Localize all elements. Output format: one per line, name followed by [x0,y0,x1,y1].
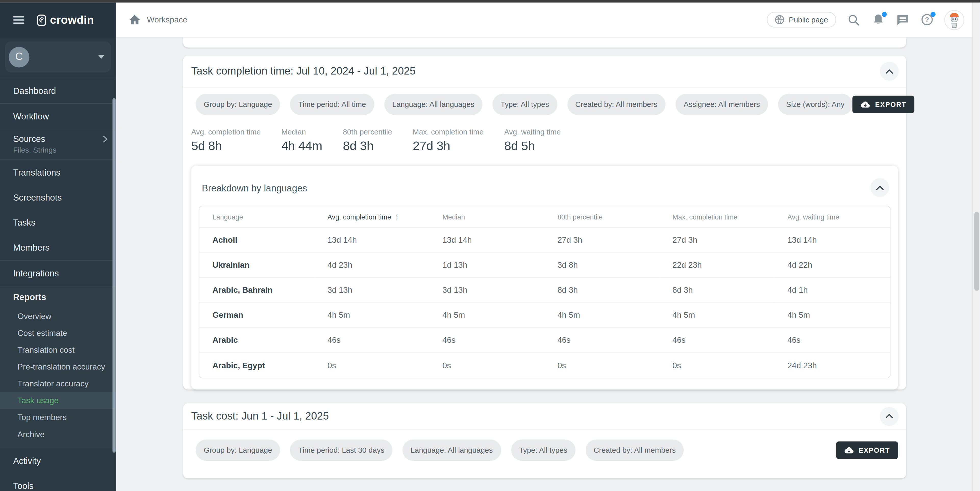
export-button[interactable]: EXPORT [836,442,898,459]
sidebar-item-translator-accuracy[interactable]: Translator accuracy [0,375,116,392]
sidebar-section-reports: Reports Overview Cost estimate Translati… [0,286,116,448]
home-icon[interactable] [129,15,140,24]
stat-avg-completion-time: Avg. completion time 5d 8h [191,128,261,153]
sidebar-item-pre-translation-accuracy[interactable]: Pre-translation accuracy [0,358,116,375]
collapse-task-cost-button[interactable] [880,407,899,426]
filter-chip-group-by[interactable]: Group by: Language [196,94,280,115]
notifications-bell-icon[interactable] [871,13,885,27]
top-header: Workspace Public page [116,3,980,38]
stat-max-completion-time: Max. completion time 27d 3h [413,128,484,153]
globe-icon [775,15,784,24]
breadcrumb[interactable]: Workspace [129,15,187,24]
crowdin-logo[interactable]: crowdin [37,14,94,27]
sidebar-item-task-usage[interactable]: Task usage [0,392,116,409]
sidebar-item-top-members[interactable]: Top members [0,409,116,426]
messages-icon[interactable] [896,13,909,27]
sidebar: crowdin C Dashboard Workflow [0,3,116,491]
filter-chip-assignee[interactable]: Assignee: All members [675,94,768,115]
collapse-task-completion-button[interactable] [880,62,899,81]
sidebar-item-workflow[interactable]: Workflow [0,104,116,129]
filter-chip-created-by[interactable]: Created by: All members [585,440,684,461]
table-row: Arabic 46s 46s 46s 46s 46s [199,328,890,353]
sidebar-item-dashboard[interactable]: Dashboard [0,78,116,103]
filter-chip-language[interactable]: Language: All languages [402,440,501,461]
task-cost-filters-row: Group by: Language Time period: Last 30 … [183,429,906,462]
sidebar-logo-row: crowdin [0,3,116,38]
column-header-language[interactable]: Language [199,206,315,228]
breakdown-by-languages-card: Breakdown by languages Language Avg. com… [191,166,898,389]
public-page-button[interactable]: Public page [767,12,836,27]
sidebar-item-translation-cost[interactable]: Translation cost [0,341,116,358]
export-button[interactable]: EXPORT [853,96,915,113]
page-scrollbar-thumb[interactable] [974,212,980,291]
filter-chip-time-period[interactable]: Time period: Last 30 days [290,440,393,461]
page-scrollbar[interactable] [972,3,980,491]
sidebar-item-sources[interactable]: Sources Files, Strings [0,129,116,159]
breadcrumb-label[interactable]: Workspace [147,15,188,24]
cloud-download-icon [861,101,870,108]
cloud-download-icon [844,447,854,454]
table-row: Ukrainian 4d 23h 1d 13h 3d 8h 22d 23h 4d… [199,253,890,277]
filter-chip-group-by[interactable]: Group by: Language [196,440,280,461]
stat-avg-waiting-time: Avg. waiting time 8d 5h [504,128,561,153]
stat-median: Median 4h 44m [282,128,322,153]
filter-chip-size-words[interactable]: Size (words): Any [778,94,853,115]
column-header-avg-waiting-time[interactable]: Avg. waiting time [775,206,890,228]
task-completion-filters-row: Group by: Language Time period: All time… [183,88,906,116]
summary-stats: Avg. completion time 5d 8h Median 4h 44m… [183,116,906,156]
task-completion-header: Task completion time: Jul 10, 2024 - Jul… [183,56,906,88]
column-header-max-completion-time[interactable]: Max. completion time [659,206,775,228]
table-row: Arabic, Bahrain 3d 13h 3d 13h 8d 3h 8d 3… [199,277,890,303]
sidebar-item-sources-subtitle: Files, Strings [13,146,56,155]
chevron-up-icon [886,69,893,73]
sidebar-item-tools[interactable]: Tools [0,473,116,491]
table-row: German 4h 5m 4h 5m 4h 5m 4h 5m 4h 5m [199,303,890,328]
filter-chip-created-by[interactable]: Created by: All members [567,94,665,115]
task-cost-card: Task cost: Jun 1 - Jul 1, 2025 Group by:… [183,403,906,478]
sidebar-scrollbar[interactable] [113,98,116,453]
column-header-avg-completion-time[interactable]: Avg. completion time [314,206,429,228]
task-cost-title: Task cost: Jun 1 - Jul 1, 2025 [191,410,329,422]
sidebar-item-overview[interactable]: Overview [0,308,116,324]
user-avatar[interactable] [944,10,964,30]
help-icon[interactable]: ? [920,13,934,27]
table-row: Arabic, Egypt 0s 0s 0s 0s 24d 23h [199,353,890,378]
breakdown-title: Breakdown by languages [202,182,307,193]
chevron-right-icon [103,135,107,142]
filter-chip-type[interactable]: Type: All types [511,440,576,461]
sort-ascending-icon [391,213,398,220]
search-icon[interactable] [847,13,861,27]
sidebar-item-screenshots[interactable]: Screenshots [0,185,116,210]
sidebar-item-cost-estimate[interactable]: Cost estimate [0,325,116,341]
collapse-breakdown-button[interactable] [870,178,889,197]
sidebar-item-reports[interactable]: Reports [0,286,116,308]
notification-badge [882,11,887,17]
table-row: Acholi 13d 14h 13d 14h 27d 3h 27d 3h 13d… [199,228,890,253]
task-completion-card: Task completion time: Jul 10, 2024 - Jul… [183,56,906,389]
sidebar-item-translations[interactable]: Translations [0,160,116,185]
crowdin-wordmark: crowdin [50,14,94,27]
window-chrome-edge [0,0,980,3]
filter-chip-type[interactable]: Type: All types [493,94,557,115]
chevron-up-icon [876,185,884,190]
sidebar-nav: Dashboard Workflow Sources [0,78,116,491]
filter-chip-language[interactable]: Language: All languages [384,94,483,115]
page: crowdin C Dashboard Workflow [0,0,980,491]
chevron-down-icon [98,55,105,59]
task-cost-header: Task cost: Jun 1 - Jul 1, 2025 [183,403,906,429]
column-header-median[interactable]: Median [429,206,544,228]
organization-avatar: C [9,47,29,67]
filter-chip-time-period[interactable]: Time period: All time [290,94,374,115]
content-scroll-area: Task completion time: Jul 10, 2024 - Jul… [116,38,980,491]
chevron-up-icon [886,414,893,418]
sidebar-item-integrations[interactable]: Integrations [0,261,116,286]
sidebar-item-members[interactable]: Members [0,235,116,260]
organization-selector[interactable]: C [5,41,111,73]
sidebar-item-archive[interactable]: Archive [0,426,116,443]
table-header-row: Language Avg. completion time Median 80t… [199,206,890,228]
hamburger-menu-icon[interactable] [13,16,24,24]
sidebar-item-tasks[interactable]: Tasks [0,210,116,235]
column-header-80th-percentile[interactable]: 80th percentile [544,206,659,228]
sidebar-item-activity[interactable]: Activity [0,448,116,473]
crowdin-logo-icon [37,14,46,26]
